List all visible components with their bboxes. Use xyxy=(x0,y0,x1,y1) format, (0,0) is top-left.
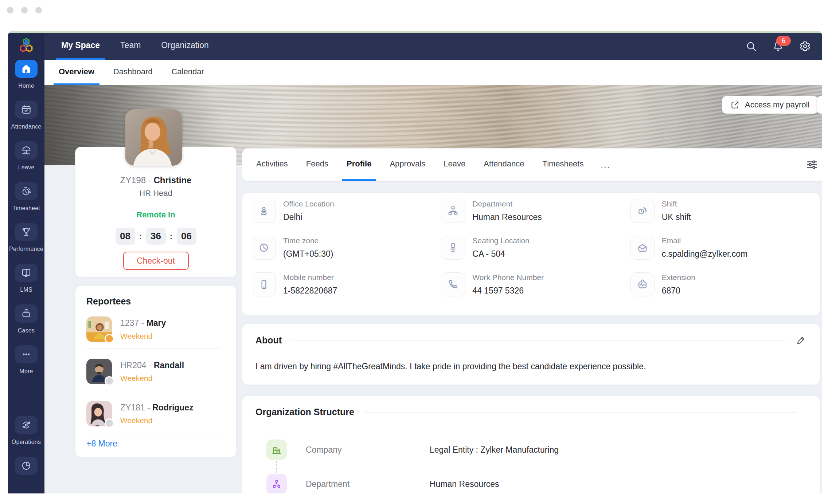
employee-portrait xyxy=(125,109,182,166)
sidebar-item-attendance[interactable]: Attendance xyxy=(11,101,42,130)
reportee-id-name: HR204 - Randall xyxy=(120,361,184,370)
sidebar-item-performance[interactable]: Performance xyxy=(9,223,43,252)
tab-timesheets[interactable]: Timesheets xyxy=(538,149,589,181)
about-card: About I am driven by hiring #AllTheGreat… xyxy=(242,323,820,385)
app-window: Home Attendance Leave Timesheet Performa… xyxy=(0,0,828,504)
sidebar-item-reports[interactable] xyxy=(15,457,38,480)
leave-umbrella-icon xyxy=(21,145,32,156)
notifications-button[interactable]: 6 xyxy=(772,40,784,52)
settings-button[interactable] xyxy=(799,40,811,52)
tab-feeds[interactable]: Feeds xyxy=(301,149,333,181)
mobile-phone-icon xyxy=(258,279,270,290)
divider xyxy=(86,349,221,349)
topnav-organization[interactable]: Organization xyxy=(156,33,214,60)
tab-profile[interactable]: Profile xyxy=(342,149,376,181)
org-row-company: Company Legal Entity : Zylker Manufactur… xyxy=(266,440,559,460)
search-button[interactable] xyxy=(745,40,757,52)
reportee-id-name: 1237 - Mary xyxy=(120,318,166,328)
main-content: Access my payroll xyxy=(44,85,822,493)
window-zoom-button[interactable] xyxy=(35,7,42,13)
reportee-avatar xyxy=(86,316,112,342)
window-minimize-button[interactable] xyxy=(21,7,28,13)
reportee-row[interactable]: ZY181 - Rodriguez Weekend xyxy=(86,401,225,426)
info-field-work-phone: Work Phone Number44 1597 5326 xyxy=(441,272,630,309)
window-close-button[interactable] xyxy=(7,7,13,13)
reportee-id-name: ZY181 - Rodriguez xyxy=(120,403,194,413)
extension-device-icon xyxy=(637,279,648,290)
banner-secondary-button[interactable] xyxy=(817,96,822,114)
sidebar-item-timesheet[interactable]: Timesheet xyxy=(12,182,40,212)
status-dot xyxy=(105,334,114,343)
org-structure-title: Organization Structure xyxy=(255,407,354,417)
reportee-avatar xyxy=(86,359,112,384)
sidebar-item-more[interactable]: More xyxy=(15,345,38,375)
app-logo-icon xyxy=(17,37,36,56)
tabs-overflow-button[interactable]: ... xyxy=(597,149,614,181)
sidebar-item-leave[interactable]: Leave xyxy=(15,141,38,171)
divider xyxy=(86,433,221,433)
check-out-button[interactable]: Check-out xyxy=(123,252,189,270)
org-row-department: Department Human Resources xyxy=(266,474,499,493)
org-connector-line xyxy=(276,461,277,473)
divider xyxy=(364,412,797,413)
seat-chair-icon xyxy=(447,242,459,253)
org-chart-icon xyxy=(447,205,459,217)
timer-hours: 08 xyxy=(116,228,135,245)
sidebar-item-cases[interactable]: Cases xyxy=(15,304,38,334)
info-field-extension: Extension6870 xyxy=(630,272,820,309)
profile-tabs-bar: Activities Feeds Profile Approvals Leave… xyxy=(242,148,822,181)
external-link-icon xyxy=(730,100,740,110)
about-title: About xyxy=(255,335,282,346)
access-payroll-button[interactable]: Access my payroll xyxy=(722,96,817,114)
about-text: I am driven by hiring #AllTheGreatMinds.… xyxy=(255,362,806,371)
sidebar-item-lms[interactable]: LMS xyxy=(15,264,38,293)
reportees-title: Reportees xyxy=(86,296,236,307)
topnav-my-space[interactable]: My Space xyxy=(56,33,105,60)
info-field-mobile-number: Mobile number1-5822820687 xyxy=(252,272,441,309)
work-timer: 08 : 36 : 06 xyxy=(75,228,236,245)
tab-attendance[interactable]: Attendance xyxy=(479,149,529,181)
info-field-office-location: Office LocationDelhi xyxy=(252,199,441,236)
subtab-overview[interactable]: Overview xyxy=(54,60,99,85)
phone-handset-icon xyxy=(447,279,459,290)
location-pin-icon xyxy=(258,205,270,217)
employee-role: HR Head xyxy=(75,189,236,198)
info-field-email: Emailc.spalding@zylker.com xyxy=(630,236,820,272)
department-network-icon xyxy=(271,479,282,489)
sidebar-item-home[interactable]: Home xyxy=(15,60,38,89)
reportee-row[interactable]: HR204 - Randall Weekend xyxy=(86,359,225,384)
tab-approvals[interactable]: Approvals xyxy=(385,149,430,181)
subtab-dashboard[interactable]: Dashboard xyxy=(108,60,158,85)
info-field-seating-location: Seating LocationCA - 504 xyxy=(441,236,630,272)
sub-navbar: Overview Dashboard Calendar xyxy=(44,60,822,85)
employee-profile-card: ZY198 - Christine HR Head Remote In 08 :… xyxy=(75,147,237,277)
timer-minutes: 36 xyxy=(146,228,166,245)
edit-pencil-icon[interactable] xyxy=(796,335,806,346)
status-dot xyxy=(105,418,114,428)
status-dot xyxy=(105,376,114,386)
more-dots-icon xyxy=(21,349,32,360)
window-controls[interactable] xyxy=(7,7,42,13)
reportees-more-link[interactable]: +8 More xyxy=(86,439,117,449)
home-icon xyxy=(21,63,32,74)
sidebar-item-operations[interactable]: Operations xyxy=(12,416,41,445)
lms-book-icon xyxy=(21,267,32,278)
performance-trophy-icon xyxy=(21,227,32,237)
organization-structure-card: Organization Structure Company Legal Ent… xyxy=(242,395,820,493)
zoho-people-logo[interactable] xyxy=(8,33,44,60)
topnav-team[interactable]: Team xyxy=(115,33,146,60)
reportee-status: Weekend xyxy=(120,374,184,383)
subtab-calendar[interactable]: Calendar xyxy=(166,60,209,85)
reportee-avatar xyxy=(86,401,112,426)
reportees-card: Reportees 1237 - Mary Weekend xyxy=(75,286,237,458)
tabs-settings-button[interactable] xyxy=(805,158,819,171)
reportee-row[interactable]: 1237 - Mary Weekend xyxy=(86,316,225,342)
pie-chart-icon xyxy=(21,460,32,471)
envelope-icon xyxy=(637,242,648,253)
tab-activities[interactable]: Activities xyxy=(251,149,293,181)
tab-leave[interactable]: Leave xyxy=(439,149,470,181)
divider xyxy=(291,340,786,340)
sidebar: Home Attendance Leave Timesheet Performa… xyxy=(8,33,44,493)
timesheet-stopwatch-icon xyxy=(21,186,32,197)
employee-photo[interactable] xyxy=(125,109,182,166)
